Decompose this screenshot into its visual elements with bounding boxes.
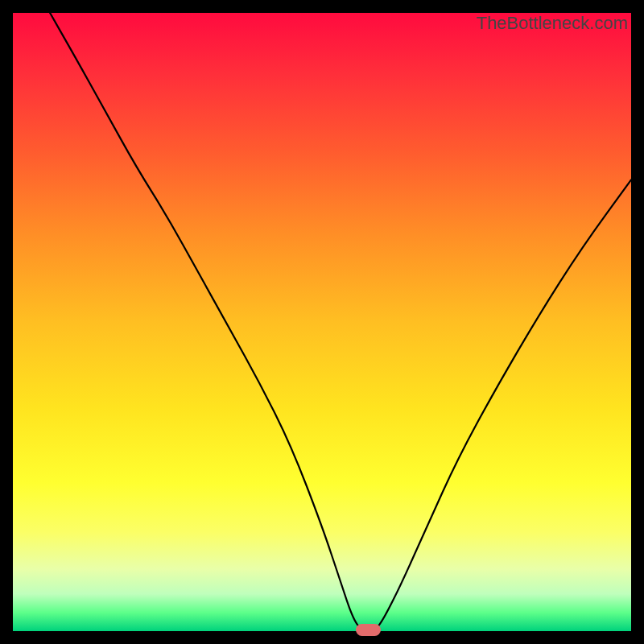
plot-area: TheBottleneck.com <box>13 13 631 631</box>
curve-path <box>50 13 631 631</box>
bottleneck-curve <box>13 13 631 631</box>
optimum-marker <box>356 624 381 636</box>
chart-frame: TheBottleneck.com <box>0 0 644 644</box>
